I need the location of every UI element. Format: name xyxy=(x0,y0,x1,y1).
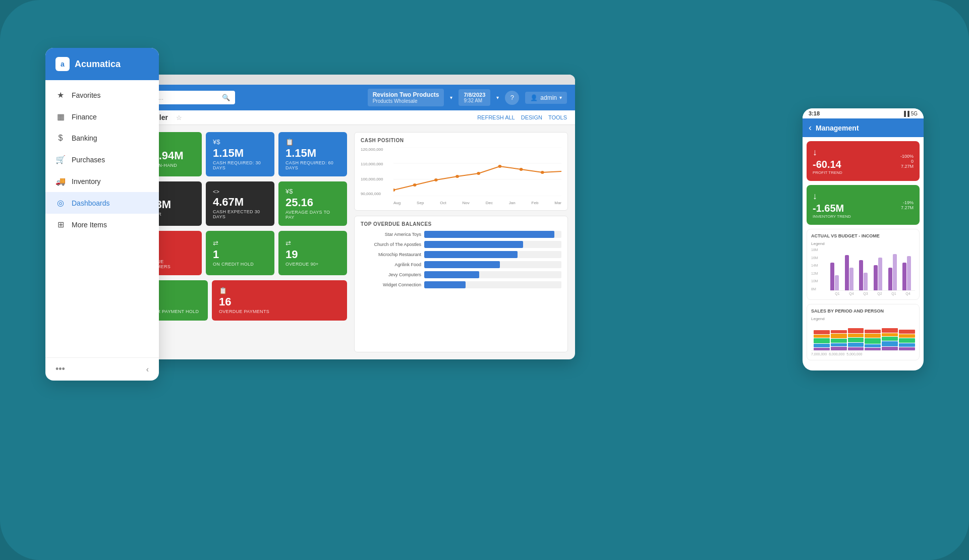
sidebar-logo: a Acumatica xyxy=(45,48,159,80)
date-selector[interactable]: 7/8/2023 9:32 AM xyxy=(459,89,490,106)
kpi-row-1: ¥$ 323.94M CASH ON-HAND ¥$ 1.15M CASH RE… xyxy=(133,132,347,176)
company-chevron[interactable]: ▾ xyxy=(450,95,452,100)
company-selector[interactable]: Revision Two Products Products Wholesale xyxy=(368,89,444,106)
kpi-row-2: <> 7.78M OPEN AR <> 4.67M CASH EXPECTED … xyxy=(133,181,347,226)
x-label-nov: Nov xyxy=(463,201,470,205)
overdue-payments-card[interactable]: 📋 16 OVERDUE PAYMENTS xyxy=(212,280,347,321)
budget-bar-budget-2 xyxy=(864,273,868,290)
overdue-90-card[interactable]: ⇄ 19 OVERDUE 90+ xyxy=(278,231,347,275)
sidebar-item-banking[interactable]: $ Banking xyxy=(45,128,159,149)
budget-bar-budget-4 xyxy=(893,254,897,290)
avg-days-icon: ¥$ xyxy=(286,188,340,195)
date-chevron[interactable]: ▾ xyxy=(496,95,499,100)
dots-icon[interactable]: ••• xyxy=(55,364,65,375)
collapse-button[interactable]: ‹ xyxy=(146,365,149,374)
tools-button[interactable]: TOOLS xyxy=(548,114,567,120)
bar-track-1 xyxy=(424,241,561,248)
stacked-col-1 xyxy=(831,323,847,350)
sidebar-item-finance[interactable]: ▦ Finance xyxy=(45,106,159,128)
inventory-trend-badge: -19%7.27M xyxy=(901,200,914,210)
x-label-dec: Dec xyxy=(486,201,493,205)
company-name: Revision Two Products xyxy=(373,91,439,98)
bar-label-2: Microchip Restaurant xyxy=(361,252,421,257)
avg-days-card[interactable]: ¥$ 25.16 AVERAGE DAYS TO PAY xyxy=(278,181,347,226)
stack-3-1 xyxy=(865,334,881,338)
svg-point-10 xyxy=(520,168,523,171)
cash-expected-card[interactable]: <> 4.67M CASH EXPECTED 30 DAYS xyxy=(206,181,274,226)
svg-point-8 xyxy=(477,172,480,175)
avg-days-value: 25.16 xyxy=(286,197,340,208)
sidebar-item-inventory[interactable]: 🚚 Inventory xyxy=(45,170,159,192)
mobile-panel: 3:18 ▐▐ 5G ‹ Management ↓ -60.14 PROFIT … xyxy=(803,108,924,370)
refresh-all-button[interactable]: REFRESH ALL xyxy=(477,114,515,120)
cash-required-60-card[interactable]: 📋 1.15M CASH REQUIRED: 60 DAYS xyxy=(278,132,347,176)
bar-item-4: Jevy Computers xyxy=(361,271,561,278)
inventory-trend-card[interactable]: ↓ -1.65M INVENTORY TREND -19%7.27M xyxy=(807,185,920,225)
svg-point-11 xyxy=(541,171,544,174)
cash-required-30-value: 1.15M xyxy=(213,148,267,159)
cash-required-30-card[interactable]: ¥$ 1.15M CASH REQUIRED: 30 DAYS xyxy=(206,132,274,176)
stack-5-3 xyxy=(899,343,915,347)
overdue-payments-icon: 📋 xyxy=(219,287,340,294)
bar-item-3: Agrilink Food xyxy=(361,261,561,268)
profit-trend-arrow: ↓ xyxy=(813,147,842,158)
help-button[interactable]: ? xyxy=(505,91,519,105)
dashboard-content: ¥$ 323.94M CASH ON-HAND ¥$ 1.15M CASH RE… xyxy=(126,125,575,359)
kpi-section: ¥$ 323.94M CASH ON-HAND ¥$ 1.15M CASH RE… xyxy=(133,132,347,352)
overdue-90-value: 19 xyxy=(286,249,340,260)
sidebar-item-more[interactable]: ⊞ More Items xyxy=(45,214,159,235)
sidebar-item-dashboards[interactable]: ◎ Dashboards xyxy=(45,192,159,214)
banking-icon: $ xyxy=(55,134,66,143)
overdue-90-icon: ⇄ xyxy=(286,239,340,247)
more-items-icon: ⊞ xyxy=(55,220,66,229)
bar-item-1: Church of The Apostles xyxy=(361,241,561,248)
actual-vs-budget-chart: 18M 16M 14M 12M 10M 8M xyxy=(811,248,915,291)
chart-x-labels: Aug Sep Oct Nov Dec Jan Feb Mar xyxy=(393,201,561,205)
budget-bar-budget-1 xyxy=(849,268,853,290)
mobile-back-button[interactable]: ‹ xyxy=(809,122,812,133)
bar-fill-5 xyxy=(424,281,466,288)
date-value: 7/8/2023 xyxy=(464,92,485,98)
mobile-time: 3:18 xyxy=(809,110,820,116)
y-label-1: 120,000,000 xyxy=(361,147,393,152)
actual-vs-budget-legend: Legend xyxy=(811,241,915,246)
sidebar-item-purchases[interactable]: 🛒 Purchases xyxy=(45,149,159,170)
on-credit-hold-card[interactable]: ⇄ 1 ON CREDIT HOLD xyxy=(206,231,274,275)
window-header: Search... 🔍 Revision Two Products Produc… xyxy=(126,85,575,110)
mobile-header: ‹ Management xyxy=(803,118,924,137)
profit-trend-card[interactable]: ↓ -60.14 PROFIT TREND -100%07.27M xyxy=(807,141,920,181)
stacked-col-2 xyxy=(848,323,864,350)
budget-bar-group-5 xyxy=(902,256,915,290)
stack-1-1 xyxy=(831,334,847,338)
design-button[interactable]: DESIGN xyxy=(521,114,542,120)
chart-y-labels: 120,000,000 110,000,000 100,000,000 90,0… xyxy=(361,147,393,196)
overdue-balances-title: TOP OVERDUE BALANCES xyxy=(361,221,561,227)
cash-required-30-label: CASH REQUIRED: 30 DAYS xyxy=(213,160,267,170)
user-button[interactable]: 👤 admin ▾ xyxy=(525,92,567,104)
stack-0-3 xyxy=(814,344,830,347)
overdue-balances-chart: TOP OVERDUE BALANCES Star America Toys C… xyxy=(354,216,568,352)
bar-track-2 xyxy=(424,251,561,258)
budget-bar-actual-5 xyxy=(902,263,906,290)
y-label-2: 110,000,000 xyxy=(361,162,393,166)
y-label-3: 100,000,000 xyxy=(361,177,393,181)
budget-bars xyxy=(830,248,915,291)
svg-point-5 xyxy=(413,183,417,186)
favorite-star[interactable]: ☆ xyxy=(176,114,182,121)
stack-3-3 xyxy=(865,344,881,347)
mobile-status-bar: 3:18 ▐▐ 5G xyxy=(803,108,924,118)
star-icon: ★ xyxy=(55,90,66,100)
cash-position-title: CASH POSITION xyxy=(361,138,561,143)
stack-0-2 xyxy=(814,338,830,343)
budget-bar-group-0 xyxy=(830,263,843,290)
stack-5-1 xyxy=(899,334,915,338)
sidebar-item-favorites[interactable]: ★ Favorites xyxy=(45,84,159,106)
inventory-trend-label: INVENTORY TREND xyxy=(813,214,851,219)
sidebar: a Acumatica ★ Favorites ▦ Finance $ Bank… xyxy=(45,48,159,381)
bar-track-4 xyxy=(424,271,561,278)
search-icon[interactable]: 🔍 xyxy=(222,94,230,101)
budget-bar-actual-2 xyxy=(859,260,863,290)
inventory-icon: 🚚 xyxy=(55,176,66,186)
window-toolbar: Controller ☆ REFRESH ALL DESIGN TOOLS xyxy=(126,110,575,125)
budget-bar-budget-5 xyxy=(907,256,911,290)
